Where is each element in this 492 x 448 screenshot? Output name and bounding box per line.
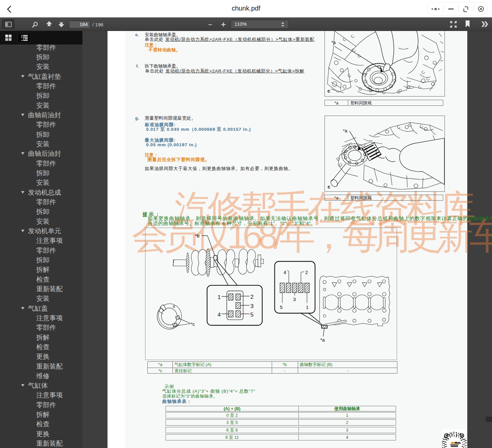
svg-text:*b: *b: [195, 233, 200, 238]
svg-text:4: 4: [218, 311, 221, 318]
svg-text:*a: *a: [320, 337, 325, 343]
svg-text:*c: *c: [191, 322, 195, 327]
svg-text:c: c: [327, 88, 330, 94]
svg-text:*a: *a: [331, 40, 335, 45]
svg-text:c: c: [327, 184, 330, 189]
svg-text:4: 4: [284, 269, 286, 275]
svg-text:5: 5: [250, 311, 254, 318]
svg-text:5: 5: [280, 304, 283, 310]
svg-text:1: 1: [306, 304, 308, 310]
svg-text:3: 3: [250, 303, 254, 309]
svg-text:1: 1: [218, 294, 221, 300]
svg-text:2: 2: [250, 294, 254, 300]
svg-text:*a: *a: [343, 128, 347, 133]
svg-text:2: 2: [305, 269, 308, 275]
svg-text:3: 3: [293, 296, 296, 302]
